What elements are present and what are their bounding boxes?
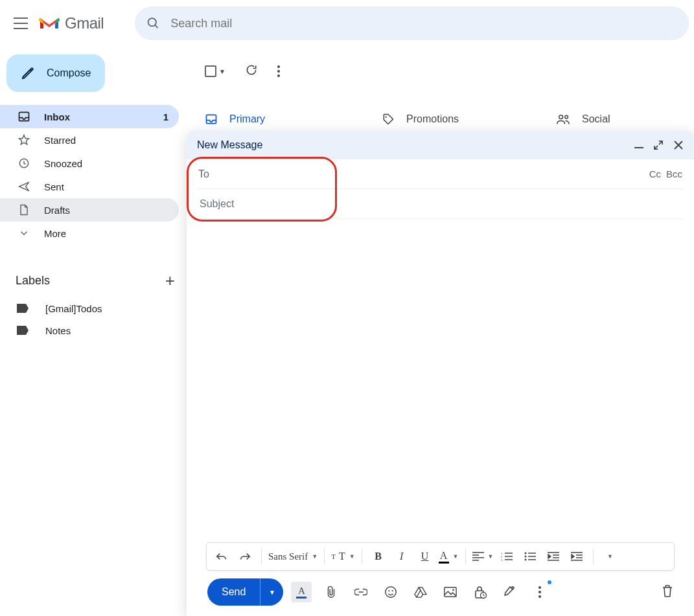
svg-point-4 [386, 117, 387, 118]
hamburger-icon [14, 17, 28, 29]
align-left-icon [472, 552, 484, 561]
send-icon [17, 180, 30, 193]
pencil-icon [21, 66, 35, 80]
nav-sent[interactable]: Sent [0, 175, 179, 198]
insert-emoji-button[interactable] [380, 582, 401, 602]
notification-dot-icon [548, 580, 551, 584]
attach-file-button[interactable] [321, 582, 341, 602]
fullscreen-button[interactable] [654, 141, 663, 150]
compose-button[interactable]: Compose [6, 54, 105, 92]
draft-icon [17, 203, 30, 216]
nav-starred-label: Starred [44, 135, 76, 146]
search-icon [146, 16, 160, 30]
nav-inbox[interactable]: Inbox 1 [0, 105, 179, 128]
svg-point-17 [453, 589, 455, 591]
bold-button[interactable]: B [369, 546, 388, 567]
svg-point-13 [386, 587, 396, 597]
trash-icon [662, 584, 673, 597]
font-size-button[interactable]: TT▼ [331, 546, 354, 567]
nav-more[interactable]: More [0, 222, 179, 245]
nav-starred[interactable]: Starred [0, 128, 179, 152]
close-button[interactable] [673, 140, 684, 150]
tab-promotions-label: Promotions [406, 113, 459, 125]
nav-drafts[interactable]: Drafts [0, 198, 179, 222]
svg-point-12 [525, 559, 527, 561]
label-item[interactable]: Notes [0, 319, 187, 341]
subject-input[interactable] [198, 198, 682, 211]
undo-button[interactable] [212, 546, 231, 567]
nav-snoozed[interactable]: Snoozed [0, 152, 179, 175]
nav-drafts-label: Drafts [44, 205, 70, 216]
svg-point-6 [565, 115, 568, 119]
font-picker[interactable]: Sans Serif▼ [268, 546, 318, 567]
svg-point-15 [392, 590, 393, 591]
more-actions-button[interactable] [277, 65, 280, 77]
ul-icon [524, 552, 536, 561]
to-input[interactable] [232, 168, 649, 181]
image-icon [444, 586, 457, 598]
pen-icon [504, 586, 516, 599]
label-text: [Gmail]Todos [45, 303, 102, 314]
svg-point-14 [389, 590, 390, 591]
svg-point-10 [525, 553, 527, 554]
search-input[interactable] [169, 16, 677, 31]
redo-button[interactable] [235, 546, 255, 567]
nav-snoozed-label: Snoozed [44, 158, 82, 169]
more-formatting-button[interactable]: ▼ [600, 546, 619, 567]
svg-rect-16 [445, 587, 456, 597]
insert-drive-button[interactable] [410, 582, 431, 602]
refresh-button[interactable] [245, 63, 258, 79]
gmail-logo-icon [39, 16, 60, 31]
outdent-icon [548, 552, 559, 561]
gmail-logo[interactable]: Gmail [39, 14, 104, 32]
brand-text: Gmail [65, 14, 104, 32]
numbered-list-button[interactable]: 123 [497, 546, 516, 567]
bcc-button[interactable]: Bcc [666, 168, 682, 179]
clock-icon [17, 157, 30, 170]
svg-point-5 [559, 115, 563, 119]
refresh-icon [245, 63, 258, 76]
indent-less-button[interactable] [544, 546, 563, 567]
italic-button[interactable]: I [392, 546, 411, 567]
nav-inbox-label: Inbox [44, 111, 70, 122]
more-options-button[interactable] [529, 582, 550, 602]
discard-draft-button[interactable] [662, 584, 673, 600]
label-text: Notes [45, 325, 71, 336]
people-icon [556, 113, 570, 126]
formatting-toolbar: Sans Serif▼ TT▼ B I U A▼ ▼ 123 ▼ [206, 542, 675, 571]
indent-icon [571, 552, 583, 561]
bullet-list-button[interactable] [520, 546, 540, 567]
label-item[interactable]: [Gmail]Todos [0, 297, 187, 319]
text-color-button[interactable]: A▼ [439, 546, 459, 567]
add-label-button[interactable]: + [165, 271, 175, 291]
undo-icon [216, 551, 227, 562]
confidential-mode-button[interactable] [470, 582, 491, 602]
nav-sent-label: Sent [44, 181, 64, 192]
insert-signature-button[interactable] [500, 582, 520, 602]
compose-title: New Message [197, 139, 262, 151]
send-options-button[interactable]: ▼ [260, 578, 283, 606]
paperclip-icon [325, 586, 337, 599]
minimize-button[interactable] [634, 147, 643, 148]
emoji-icon [384, 586, 397, 599]
send-button[interactable]: Send [207, 578, 260, 606]
compose-body[interactable] [198, 219, 682, 542]
cc-button[interactable]: Cc [649, 168, 661, 179]
select-all-checkbox[interactable]: ▼ [205, 65, 226, 77]
svg-point-11 [525, 556, 527, 558]
text-format-toggle[interactable]: A [291, 582, 312, 602]
main-menu-button[interactable] [5, 8, 36, 39]
search-box[interactable] [135, 6, 689, 40]
indent-more-button[interactable] [567, 546, 586, 567]
chevron-down-icon [18, 227, 30, 239]
insert-link-button[interactable] [351, 582, 371, 602]
font-name: Sans Serif [268, 551, 308, 562]
insert-image-button[interactable] [440, 582, 461, 602]
to-label[interactable]: To [198, 168, 232, 180]
underline-button[interactable]: U [415, 546, 435, 567]
inbox-tab-icon [205, 113, 218, 126]
labels-heading: Labels [16, 274, 50, 288]
send-button-group: Send ▼ [207, 578, 283, 606]
tab-social-label: Social [582, 113, 610, 125]
align-button[interactable]: ▼ [472, 546, 494, 567]
